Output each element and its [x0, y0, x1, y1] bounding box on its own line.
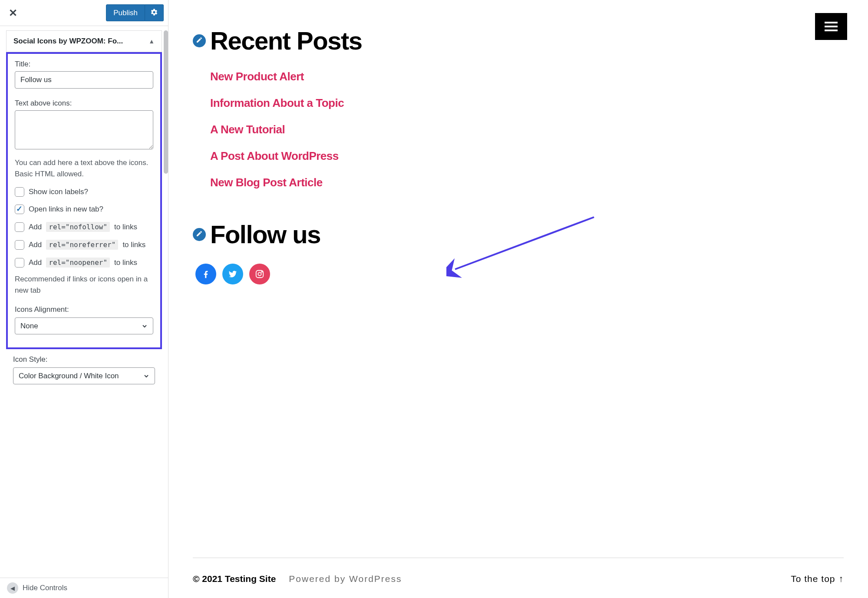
svg-point-4 — [258, 272, 261, 275]
sidebar-scroll[interactable]: Social Icons by WPZOOM: Fo... ▲ Title: T… — [0, 26, 168, 578]
noopener-code: rel="noopener" — [46, 258, 110, 268]
post-link[interactable]: Information About a Topic — [210, 96, 844, 110]
hamburger-menu-button[interactable] — [815, 13, 847, 40]
noopener-checkbox[interactable] — [15, 258, 24, 268]
collapse-icon: ◀ — [7, 582, 18, 594]
post-link[interactable]: New Blog Post Article — [210, 176, 844, 189]
follow-us-section: Follow us — [193, 220, 844, 284]
nofollow-checkbox[interactable] — [15, 222, 24, 232]
publish-group: Publish — [106, 4, 164, 21]
new-tab-row[interactable]: Open links in new tab? — [15, 205, 153, 214]
noopener-post: to links — [114, 258, 137, 267]
post-link[interactable]: A Post About WordPress — [210, 149, 844, 163]
preview-footer: © 2021 Testing Site Powered by WordPress… — [193, 558, 844, 584]
nofollow-post: to links — [114, 223, 137, 231]
recent-posts-list: New Product Alert Information About a To… — [193, 70, 844, 189]
arrow-up-icon: ↑ — [839, 574, 844, 584]
nofollow-row[interactable]: Add rel="nofollow" to links — [15, 222, 153, 232]
noreferrer-code: rel="noreferrer" — [46, 240, 118, 250]
hide-controls-button[interactable]: ◀ Hide Controls — [0, 578, 168, 598]
icon-style-label: Icon Style: — [13, 355, 155, 364]
svg-rect-0 — [825, 22, 838, 23]
svg-point-5 — [261, 271, 262, 272]
noreferrer-row[interactable]: Add rel="noreferrer" to links — [15, 240, 153, 250]
alignment-select[interactable]: None — [15, 317, 153, 334]
show-labels-row[interactable]: Show icon labels? — [15, 187, 153, 197]
widget-accordion-header[interactable]: Social Icons by WPZOOM: Fo... ▲ — [6, 30, 162, 52]
customizer-sidebar: ✕ Publish Social Icons by WPZOOM: Fo... … — [0, 0, 168, 598]
twitter-icon[interactable] — [222, 264, 243, 284]
icon-style-select[interactable]: Color Background / White Icon — [13, 367, 155, 384]
title-label: Title: — [15, 60, 153, 69]
follow-us-heading: Follow us — [210, 220, 320, 249]
noopener-pre: Add — [29, 258, 42, 267]
text-above-textarea[interactable] — [15, 110, 153, 149]
post-link[interactable]: New Product Alert — [210, 70, 844, 83]
recent-posts-heading-row: Recent Posts — [193, 26, 844, 55]
post-link[interactable]: A New Tutorial — [210, 123, 844, 136]
publish-button[interactable]: Publish — [106, 4, 145, 21]
svg-rect-1 — [825, 26, 838, 27]
noopener-row[interactable]: Add rel="noopener" to links — [15, 258, 153, 268]
nofollow-pre: Add — [29, 223, 42, 231]
noreferrer-pre: Add — [29, 241, 42, 249]
footer-copyright: © 2021 Testing Site — [193, 574, 276, 584]
pencil-icon — [196, 36, 203, 45]
instagram-icon[interactable] — [249, 264, 270, 284]
recent-posts-heading: Recent Posts — [210, 26, 362, 55]
pencil-icon — [196, 230, 203, 239]
to-top-link[interactable]: To the top ↑ — [791, 574, 844, 584]
footer-powered: Powered by WordPress — [289, 574, 402, 584]
edit-widget-button[interactable] — [193, 34, 206, 47]
noreferrer-checkbox[interactable] — [15, 240, 24, 250]
preview-pane: Recent Posts New Product Alert Informati… — [168, 0, 868, 598]
new-tab-text: Open links in new tab? — [29, 205, 103, 214]
close-button[interactable]: ✕ — [4, 4, 22, 22]
social-icons-row — [193, 264, 844, 284]
noreferrer-post: to links — [122, 241, 145, 249]
edit-widget-button[interactable] — [193, 228, 206, 241]
accordion-title-text: Social Icons by WPZOOM: Fo... — [13, 37, 123, 46]
text-above-label: Text above icons: — [15, 99, 153, 108]
nofollow-code: rel="nofollow" — [46, 222, 110, 232]
chevron-up-icon: ▲ — [149, 38, 155, 45]
facebook-icon[interactable] — [195, 264, 216, 284]
hide-controls-label: Hide Controls — [23, 584, 67, 592]
title-input[interactable] — [15, 71, 153, 89]
icon-style-group: Icon Style: Color Background / White Ico… — [6, 355, 162, 392]
publish-options-button[interactable] — [145, 4, 164, 21]
show-labels-text: Show icon labels? — [29, 188, 88, 196]
scrollbar-thumb[interactable] — [164, 30, 168, 174]
sidebar-header: ✕ Publish — [0, 0, 168, 26]
widget-settings-panel: Title: Text above icons: You can add her… — [6, 52, 162, 349]
text-above-help: You can add here a text above the icons.… — [15, 157, 153, 179]
new-tab-help: Recommended if links or icons open in a … — [15, 274, 153, 296]
show-labels-checkbox[interactable] — [15, 187, 24, 197]
svg-rect-2 — [825, 30, 838, 31]
alignment-label: Icons Alignment: — [15, 305, 153, 314]
gear-icon — [150, 8, 158, 17]
new-tab-checkbox[interactable] — [15, 205, 24, 214]
